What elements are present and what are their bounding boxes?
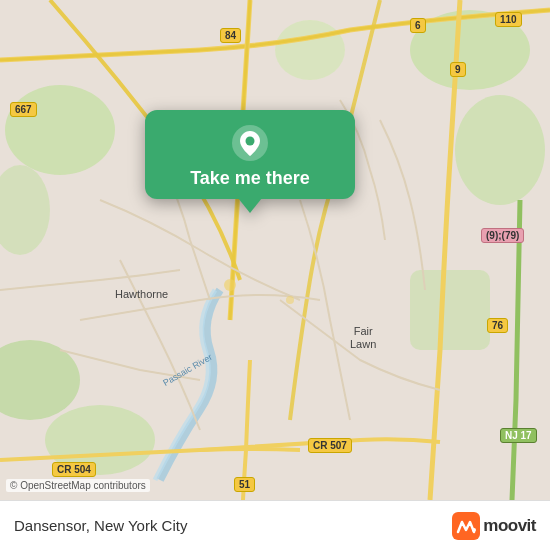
take-me-there-button[interactable]: Take me there bbox=[145, 110, 355, 199]
svg-point-12 bbox=[246, 137, 255, 146]
moovit-wordmark: moovit bbox=[483, 516, 536, 536]
svg-point-9 bbox=[224, 279, 236, 291]
svg-rect-5 bbox=[410, 270, 490, 350]
moovit-icon bbox=[452, 512, 480, 540]
take-me-there-label: Take me there bbox=[190, 168, 310, 189]
map-background bbox=[0, 0, 550, 500]
svg-point-3 bbox=[5, 85, 115, 175]
location-name: Dansensor, New York City bbox=[14, 517, 187, 534]
bottom-info-bar: Dansensor, New York City moovit bbox=[0, 500, 550, 550]
moovit-logo: moovit bbox=[452, 512, 536, 540]
svg-point-14 bbox=[472, 528, 476, 532]
svg-point-10 bbox=[286, 296, 294, 304]
map-attribution: © OpenStreetMap contributors bbox=[6, 479, 150, 492]
svg-point-7 bbox=[275, 20, 345, 80]
map-view: Hawthorne FairLawn Passaic River 84 6 11… bbox=[0, 0, 550, 500]
svg-rect-13 bbox=[452, 512, 480, 540]
svg-point-2 bbox=[455, 95, 545, 205]
location-pin-icon bbox=[231, 124, 269, 162]
svg-point-6 bbox=[45, 405, 155, 475]
